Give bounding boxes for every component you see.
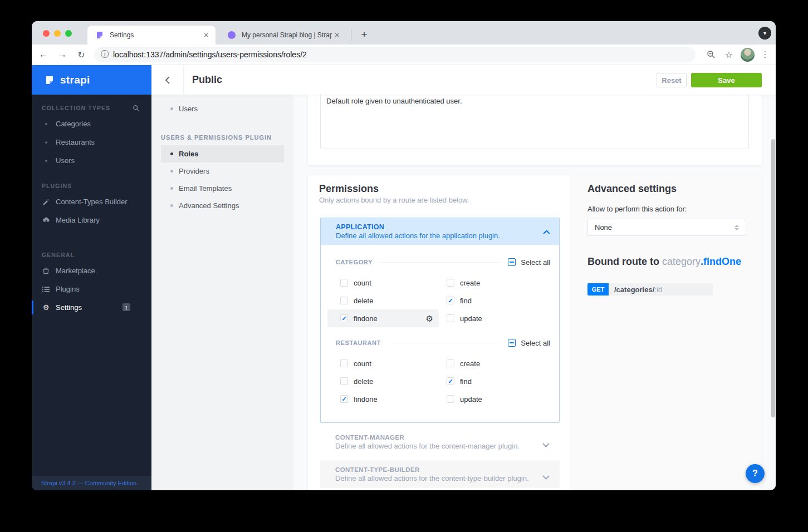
sidebar-item-categories[interactable]: Categories [32, 115, 151, 133]
permission-update[interactable]: update [442, 390, 550, 408]
go-back-button[interactable] [151, 65, 184, 95]
subnav-item-providers[interactable]: Providers [161, 162, 284, 180]
page-info-icon[interactable]: ⓘ [101, 50, 109, 60]
tab-settings[interactable]: Settings × [87, 26, 216, 45]
divider-line [389, 343, 500, 343]
blog-favicon [227, 31, 236, 40]
permission-findone[interactable]: findone [336, 390, 442, 408]
search-icon[interactable] [133, 105, 139, 111]
group-name: RESTAURANT [336, 339, 381, 346]
checkbox[interactable] [340, 377, 348, 385]
forward-button[interactable]: → [55, 47, 70, 62]
maximize-window-button[interactable] [65, 30, 72, 37]
checkbox[interactable] [447, 279, 454, 287]
permission-find[interactable]: find [442, 372, 550, 390]
chevron-down-icon [542, 440, 550, 450]
sidebar-item-media-library[interactable]: Media Library [32, 211, 151, 229]
shopping-bag-icon [42, 267, 50, 274]
permission-count[interactable]: count [336, 354, 442, 372]
divider-line [380, 262, 500, 263]
permission-create[interactable]: create [442, 274, 550, 292]
close-window-button[interactable] [43, 30, 50, 37]
close-tab-icon[interactable]: × [201, 30, 211, 40]
subnav-item-users[interactable]: Users [161, 100, 284, 117]
page-title: Public [192, 74, 222, 86]
chevron-up-icon [543, 226, 550, 237]
subnav-item-email-templates[interactable]: Email Templates [161, 180, 284, 197]
checkbox[interactable] [340, 359, 348, 367]
url-text: localhost:1337/admin/settings/users-perm… [113, 50, 307, 59]
minimize-window-button[interactable] [54, 30, 61, 37]
select-all-checkbox[interactable] [508, 258, 516, 266]
allow-action-select[interactable]: None [587, 219, 746, 236]
role-description-textarea[interactable]: Default role given to unauthenticated us… [320, 95, 749, 149]
permission-delete[interactable]: delete [336, 372, 442, 390]
address-bar[interactable]: ⓘ localhost:1337/admin/settings/users-pe… [94, 47, 696, 62]
permissions-card: Permissions Only actions bound by a rout… [308, 175, 762, 490]
select-all-checkbox[interactable] [508, 339, 516, 347]
sidebar-item-users[interactable]: Users [32, 151, 151, 170]
permission-delete[interactable]: delete [336, 292, 442, 309]
permissions-title: Permissions [319, 183, 379, 195]
checkbox[interactable] [447, 359, 454, 367]
permission-update[interactable]: update [442, 309, 550, 327]
sidebar-item-settings[interactable]: ⚙ Settings 1 [32, 298, 151, 317]
checkbox[interactable] [340, 297, 348, 304]
checkbox[interactable] [340, 279, 348, 287]
content-type-builder-accordion[interactable]: CONTENT-TYPE-BUILDER Define all allowed … [320, 460, 560, 488]
tab-divider [351, 29, 351, 41]
sidebar-item-content-types-builder[interactable]: Content-Types Builder [32, 193, 151, 211]
permission-find[interactable]: find [442, 292, 550, 309]
sidebar-item-marketplace[interactable]: Marketplace [32, 262, 151, 280]
accordion-name: APPLICATION [336, 223, 500, 231]
strapi-version-link[interactable]: Strapi v3.4.2 — Community Edition [32, 476, 151, 490]
settings-badge: 1 [123, 303, 130, 311]
strapi-admin: strapi COLLECTION TYPES Categories Resta… [32, 65, 776, 490]
save-button[interactable]: Save [691, 73, 762, 87]
profile-avatar[interactable] [741, 48, 755, 62]
content-manager-accordion[interactable]: CONTENT-MANAGER Define all allowed actio… [320, 428, 560, 455]
sidebar-item-plugins[interactable]: Plugins [32, 280, 151, 298]
checkbox[interactable] [447, 314, 454, 322]
bullet-icon [170, 152, 173, 155]
tab-strip: Settings × My personal Strapi blog | Str… [32, 21, 776, 45]
subnav-item-advanced-settings[interactable]: Advanced Settings [161, 197, 284, 214]
browser-menu-icon[interactable]: ⋮ [758, 47, 772, 62]
application-accordion-header[interactable]: APPLICATION Define all allowed actions f… [321, 218, 559, 245]
checkbox-checked[interactable] [447, 297, 454, 304]
zoom-out-icon[interactable] [704, 47, 718, 62]
permission-count[interactable]: count [336, 274, 442, 292]
bullet-icon [45, 160, 47, 162]
new-tab-button[interactable]: + [356, 27, 372, 42]
strapi-logo[interactable]: strapi [32, 65, 151, 95]
checkbox-checked[interactable] [340, 314, 348, 322]
gear-icon[interactable]: ⚙ [426, 314, 433, 323]
browser-window: Settings × My personal Strapi blog | Str… [32, 21, 776, 490]
close-tab-icon[interactable]: × [332, 30, 342, 40]
subnav-item-roles[interactable]: Roles [161, 145, 284, 162]
reload-button[interactable]: ↻ [74, 47, 89, 62]
role-description-card: Default role given to unauthenticated us… [308, 95, 762, 165]
checkbox-checked[interactable] [340, 395, 348, 403]
gear-icon: ⚙ [42, 303, 50, 312]
toolbar-right: ☆ ⋮ [701, 47, 772, 62]
back-button[interactable]: ← [36, 47, 51, 62]
permission-findone-selected[interactable]: findone⚙ [327, 309, 439, 327]
application-accordion: APPLICATION Define all allowed actions f… [320, 218, 560, 423]
reset-button[interactable]: Reset [657, 73, 687, 87]
permissions-subtitle: Only actions bound by a route are listed… [319, 196, 469, 204]
sidebar-item-restaurants[interactable]: Restaurants [32, 133, 151, 151]
tab-title: My personal Strapi blog | Strap [242, 31, 332, 39]
bookmark-star-icon[interactable]: ☆ [722, 47, 736, 62]
bullet-icon [170, 187, 173, 190]
checkbox[interactable] [447, 395, 454, 403]
bullet-icon [45, 123, 47, 125]
checkbox-checked[interactable] [447, 377, 454, 385]
vertical-scrollbar[interactable] [771, 139, 775, 417]
tab-strapi-blog[interactable]: My personal Strapi blog | Strap × [219, 26, 346, 45]
tab-search-button[interactable]: ▾ [758, 27, 771, 40]
help-button[interactable]: ? [746, 464, 765, 483]
permission-create[interactable]: create [442, 354, 550, 372]
settings-subnav: Users USERS & PERMISSIONS PLUGIN Roles P… [151, 95, 293, 490]
route-path: /categories/:id [609, 283, 713, 295]
